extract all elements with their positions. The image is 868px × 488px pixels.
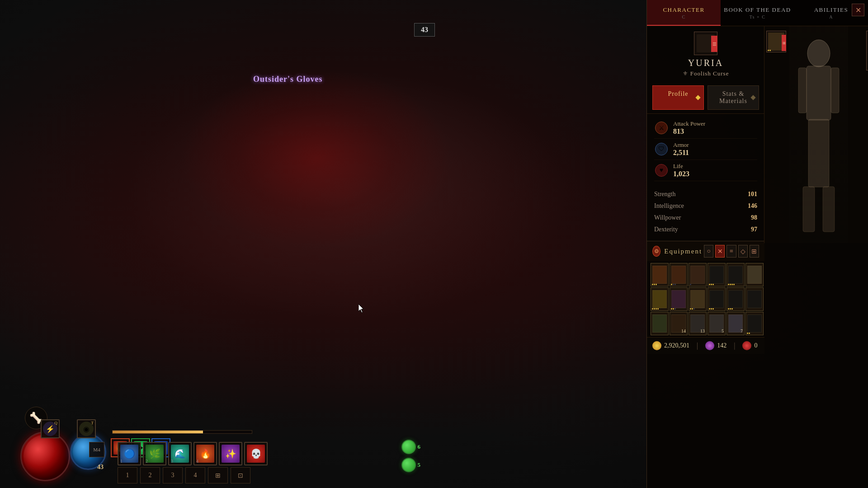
svg-rect-6 [823,187,835,232]
armor-label: Armor [673,141,757,149]
eq-slot-24[interactable]: 14 [670,312,688,335]
eq-slot-13[interactable] [670,287,688,311]
item-label: Outsider's Gloves [253,75,323,84]
tab-abilities-label: ABILITIES [814,6,849,14]
hotkey-2[interactable]: 2 [140,467,160,483]
diamond-icon-2 [750,95,755,100]
eq-slot-4[interactable] [708,263,726,286]
armor-icon: 🛡 [654,142,669,156]
life-label: Life [673,163,757,170]
tab-character[interactable]: CHARACTER C [647,0,721,26]
red-icon [742,341,751,350]
diamond-icon [695,95,700,100]
health-orb [20,432,70,481]
life-row: ♥ Life 1,023 [654,160,757,181]
resource-value-2: 5 [418,461,421,469]
svg-rect-4 [808,119,829,187]
filter-btn-3[interactable]: ≡ [726,245,736,258]
eq-slot-6[interactable] [745,263,764,286]
svg-rect-3 [831,68,839,113]
eq-slot-5[interactable] [726,263,745,286]
red-value: 0 [754,342,757,349]
eq-slot-14[interactable] [689,287,707,311]
filter-btn-4[interactable]: ◇ [738,245,748,258]
dexterity-row: Dexterity 97 [654,224,757,235]
hotkey-1[interactable]: 1 [118,467,137,483]
gold-value: 2,920,501 [664,342,689,349]
eq-slot-28[interactable] [745,312,764,335]
stats-section: ⚔ Attack Power 813 🛡 Armor 2,511 [647,113,764,185]
portrait-slot-weapon[interactable] [866,31,868,70]
stats-materials-button[interactable]: Stats & Materials [708,85,759,110]
tab-book-label: BOOK OF THE DEAD [724,6,791,14]
currency-bar: 2,920,501 | 142 | 0 [647,337,764,354]
hotkey-bar: 1 2 3 4 ⊞ ⊡ [118,467,250,483]
eq-slot-12[interactable] [651,287,669,311]
quick-q-slot: ⚡ Q [41,419,60,438]
skill-slot-5[interactable]: ✨ [219,442,242,465]
attack-power-label: Attack Power [673,120,757,127]
tab-abilities-key: A [829,14,833,19]
tab-character-label: CHARACTER [663,6,704,14]
eq-slot-3[interactable] [689,263,707,286]
skill-slot-6[interactable]: 💀 [244,442,268,465]
willpower-label: Willpower [654,214,681,221]
tab-character-key: C [682,14,685,19]
level-badge: 43 [414,23,435,37]
hotkey-3[interactable]: 3 [163,467,183,483]
player-level-hud: 43 [97,464,104,471]
purple-icon [705,341,714,350]
hotkey-6[interactable]: ⊡ [231,467,250,483]
skill-slot-4[interactable]: 🔥 4 [193,442,217,465]
attack-power-icon: ⚔ [654,121,669,135]
bottom-hud: 43 7/7 🦴 ⚡ Q ◉ T M4 🔥 8 ✦ 12 ❄ [0,434,646,488]
profile-button[interactable]: Profile [652,85,704,110]
svg-point-0 [807,40,830,67]
svg-rect-5 [803,187,815,232]
hotkey-5[interactable]: ⊞ [208,467,228,483]
equipment-header: ⚙ Equipment ○ ✕ ≡ ◇ ⊞ [647,241,764,261]
gold-icon [652,341,661,350]
eq-slot-26[interactable]: 5 [708,312,726,335]
eq-slot-15[interactable] [708,287,726,311]
willpower-row: Willpower 98 [654,212,757,224]
purple-currency: 142 [705,341,726,350]
q-skill-slot[interactable]: ⚡ Q [41,419,60,438]
tab-book[interactable]: BOOK OF THE DEAD Ts + C [721,0,794,26]
gold-currency: 2,920,501 [652,341,689,350]
hotkey-4[interactable]: 4 [185,467,205,483]
life-value: 1,023 [673,170,757,178]
eq-slot-16[interactable] [726,287,745,311]
equipment-title: Equipment [664,248,702,255]
willpower-value: 98 [751,214,757,221]
resource-ball-1 [401,440,416,454]
eq-slot-17[interactable] [745,287,764,311]
skill-bar: 🔵 1 🌿 2 🌊 3 🔥 4 ✨ 💀 [118,442,268,465]
eq-slot-25[interactable]: 13 [689,312,707,335]
exp-fill [113,431,203,433]
quick-t-slot: ◉ T [77,419,96,438]
intelligence-label: Intelligence [654,202,684,210]
svg-rect-1 [807,66,831,120]
filter-btn-1[interactable]: ○ [704,245,713,258]
portrait-slot-feet[interactable]: ⊞ [766,31,786,52]
strength-value: 101 [748,191,757,198]
equipment-grid: 14 13 5 7 [647,261,764,337]
skill-slot-1[interactable]: 🔵 1 [118,442,141,465]
attack-power-row: ⚔ Attack Power 813 [654,117,757,139]
close-button[interactable]: ✕ [852,4,864,16]
skill-slot-3[interactable]: 🌊 3 [168,442,192,465]
eq-slot-1[interactable] [651,263,669,286]
eq-slot-2[interactable] [670,263,688,286]
filter-btn-2[interactable]: ✕ [715,245,725,258]
skill-slot-2[interactable]: 🌿 2 [143,442,166,465]
eq-slot-23[interactable] [651,312,669,335]
eq-slot-27[interactable]: 7 [726,312,745,335]
resource-balls: 6 5 [401,440,421,472]
t-skill-slot[interactable]: ◉ T [77,419,96,438]
action-buttons: Profile Stats & Materials [647,85,764,110]
mouse-btn[interactable]: M4 [89,442,104,457]
filter-btn-5[interactable]: ⊞ [750,245,759,258]
exp-bar [112,430,252,434]
resource-value-1: 6 [418,443,421,450]
